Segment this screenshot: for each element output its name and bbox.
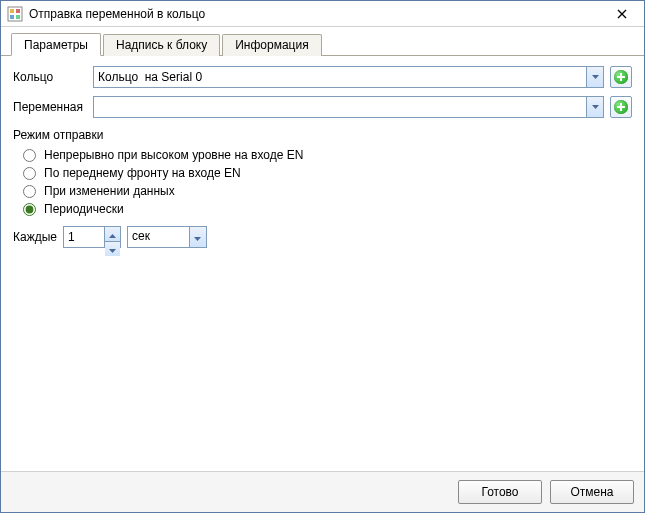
row-ring: Кольцо [13,66,632,88]
radio-periodic[interactable]: Периодически [23,202,632,216]
radio-label: По переднему фронту на входе EN [44,166,241,180]
svg-rect-3 [10,15,14,19]
spinner-down[interactable] [105,242,120,256]
period-unit-combo[interactable]: сек [127,226,207,248]
chevron-down-icon [592,105,599,109]
chevron-up-icon [109,227,116,241]
plus-icon [614,100,628,114]
chevron-down-icon [109,242,116,256]
radio-onchange-input[interactable] [23,185,36,198]
svg-rect-2 [16,9,20,13]
radio-periodic-input[interactable] [23,203,36,216]
radio-continuous-input[interactable] [23,149,36,162]
variable-dropdown-button[interactable] [586,97,603,117]
plus-icon [614,70,628,84]
tab-info[interactable]: Информация [222,34,321,56]
radio-label: Периодически [44,202,124,216]
radio-label: При изменении данных [44,184,175,198]
tab-bar: Параметры Надпись к блоку Информация [1,27,644,56]
ring-dropdown-button[interactable] [586,67,603,87]
period-unit-dropdown-button[interactable] [189,227,206,247]
svg-rect-4 [16,15,20,19]
radio-continuous[interactable]: Непрерывно при высоком уровне на входе E… [23,148,632,162]
radio-front[interactable]: По переднему фронту на входе EN [23,166,632,180]
app-icon [7,6,23,22]
variable-combo[interactable] [93,96,604,118]
svg-rect-1 [10,9,14,13]
radio-front-input[interactable] [23,167,36,180]
chevron-down-icon [592,75,599,79]
spinner-up[interactable] [105,227,120,242]
ok-button[interactable]: Готово [458,480,542,504]
close-icon [617,6,627,22]
variable-input[interactable] [94,97,586,117]
cancel-button[interactable]: Отмена [550,480,634,504]
period-row: Каждые сек [13,226,632,248]
radio-label: Непрерывно при высоком уровне на входе E… [44,148,303,162]
ring-combo[interactable] [93,66,604,88]
period-label: Каждые [13,230,57,244]
variable-add-button[interactable] [610,96,632,118]
period-value-input[interactable] [64,227,104,247]
ring-label: Кольцо [13,70,91,84]
chevron-down-icon [190,228,206,246]
ring-add-button[interactable] [610,66,632,88]
tab-content-parameters: Кольцо Переменная [1,56,644,471]
row-variable: Переменная [13,96,632,118]
send-mode-group: Непрерывно при высоком уровне на входе E… [23,148,632,216]
period-unit-value: сек [128,227,189,247]
ring-input[interactable] [94,67,586,87]
close-button[interactable] [606,4,638,24]
titlebar: Отправка переменной в кольцо [1,1,644,27]
tab-parameters[interactable]: Параметры [11,33,101,56]
period-value-spinner[interactable] [63,226,121,248]
spinner-buttons [104,227,120,247]
send-mode-group-label: Режим отправки [13,128,632,142]
dialog-footer: Готово Отмена [1,471,644,512]
window-title: Отправка переменной в кольцо [29,7,606,21]
variable-label: Переменная [13,100,91,114]
radio-onchange[interactable]: При изменении данных [23,184,632,198]
tab-caption[interactable]: Надпись к блоку [103,34,220,56]
dialog-window: Отправка переменной в кольцо Параметры Н… [0,0,645,513]
